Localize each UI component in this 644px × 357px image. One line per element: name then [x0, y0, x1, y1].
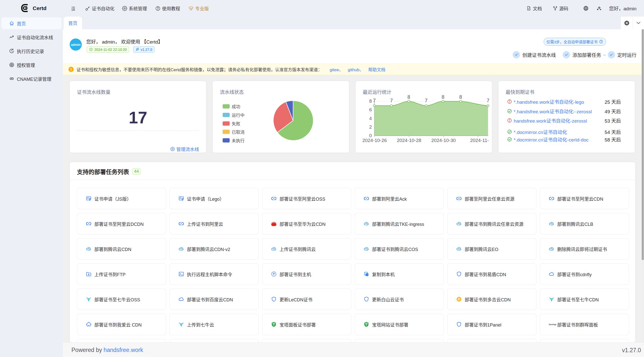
svg-text:2024-10-30: 2024-10-30	[431, 138, 456, 143]
svg-text:8: 8	[369, 98, 372, 104]
svg-text:2024-10-28: 2024-10-28	[397, 138, 421, 143]
svg-text:0: 0	[369, 133, 372, 138]
svg-text:8: 8	[407, 94, 410, 100]
svg-text:7: 7	[487, 98, 489, 103]
svg-text:7: 7	[425, 98, 427, 103]
svg-text:7: 7	[373, 98, 376, 103]
svg-text:8: 8	[459, 94, 462, 100]
svg-text:4: 4	[369, 116, 372, 121]
svg-text:7: 7	[390, 98, 393, 103]
svg-text:6: 6	[369, 107, 372, 112]
svg-text:2: 2	[369, 124, 372, 130]
svg-text:2024-11-: 2024-11-	[470, 138, 489, 143]
svg-text:2024-10-26: 2024-10-26	[362, 138, 387, 143]
svg-text:8: 8	[441, 94, 444, 100]
